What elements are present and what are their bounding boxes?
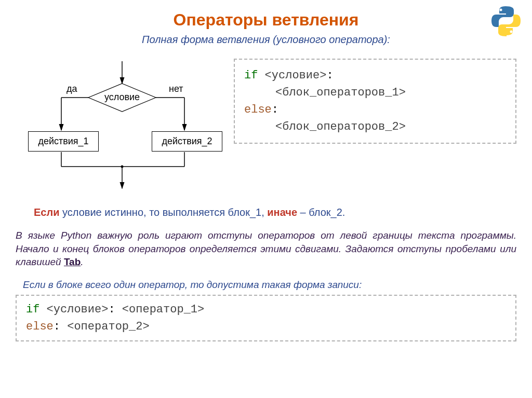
explain-condition: Если условие истинно, то выполняется бло… <box>34 207 516 218</box>
yes-label: да <box>66 84 77 94</box>
if-keyword-2: if <box>26 303 39 316</box>
python-logo-icon <box>489 4 523 37</box>
condition-label: условие <box>101 92 143 103</box>
svg-point-1 <box>510 31 513 33</box>
else-keyword: else <box>244 103 272 116</box>
action2-box: действия_2 <box>152 131 222 152</box>
block1-placeholder: <блок_операторов_1> <box>275 86 406 99</box>
no-label: нет <box>169 84 183 94</box>
flowchart: условие да нет действия_1 действия_2 <box>16 59 218 194</box>
if-keyword: if <box>244 69 258 82</box>
else-keyword-2: else <box>26 320 54 333</box>
explain-indent: В языке Python важную роль играют отступ… <box>16 229 516 269</box>
explain-short-form: Если в блоке всего один оператор, то доп… <box>23 279 516 291</box>
condition-placeholder: <условие> <box>265 69 327 82</box>
code-block-short: if <условие>: <оператор_1> else: <операт… <box>16 295 516 341</box>
page-title: Операторы ветвления <box>16 10 516 30</box>
block2-placeholder: <блок_операторов_2> <box>275 120 406 133</box>
action1-box: действия_1 <box>28 131 99 152</box>
svg-point-12 <box>121 166 124 168</box>
svg-point-0 <box>500 9 502 11</box>
subtitle: Полная форма ветвления (условного операт… <box>16 34 516 46</box>
code-block-full: if <условие>: <блок_операторов_1> else: … <box>234 59 516 144</box>
